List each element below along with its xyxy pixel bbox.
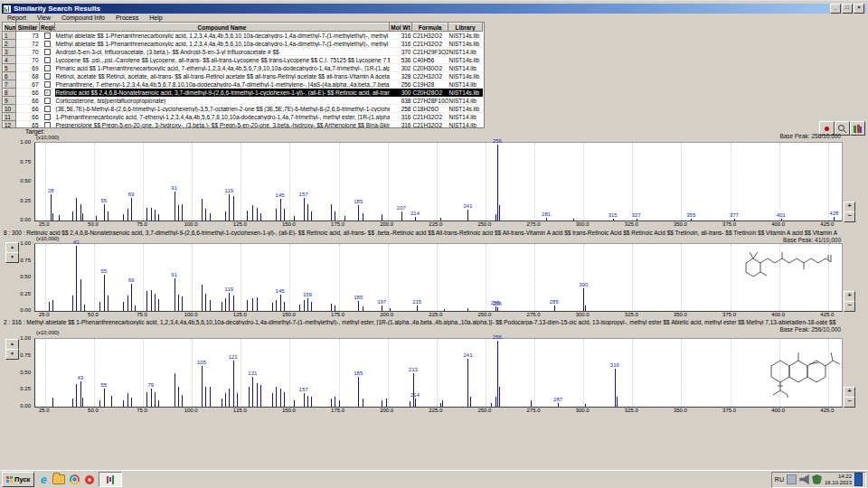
library-tool-button[interactable] bbox=[850, 121, 865, 136]
hit-row-6[interactable]: 668Retinol, acetate $$ Retinol, acetate,… bbox=[4, 72, 483, 80]
col-regis[interactable]: Regis bbox=[40, 23, 55, 32]
similarity-value[interactable]: 72 bbox=[16, 40, 40, 48]
mol-wt[interactable]: 316 bbox=[390, 121, 412, 129]
formula[interactable]: C20H28O2 bbox=[412, 89, 448, 97]
compound-name[interactable]: Methyl abietate $$ 1-Phenanthrenecarboxy… bbox=[55, 32, 390, 40]
compound-name[interactable]: Retinol, acetate $$ Retinol, acetate, al… bbox=[55, 72, 390, 80]
language-indicator[interactable]: RU bbox=[775, 476, 784, 483]
regis-checkbox-cell[interactable] bbox=[40, 97, 55, 105]
compound-name[interactable]: Pregnenolone $$ Pregn-5-en-20-one, 3-hyd… bbox=[55, 121, 390, 129]
col-molwt[interactable]: Mol Wt bbox=[390, 23, 412, 32]
similarity-value[interactable]: 65 bbox=[16, 121, 40, 129]
mol-wt[interactable]: 302 bbox=[390, 64, 412, 72]
row-number[interactable]: 12 bbox=[4, 121, 16, 129]
formula[interactable]: C18H26O bbox=[412, 105, 448, 113]
zoom-out-button-hit8[interactable]: − bbox=[844, 301, 855, 312]
formula[interactable]: C22H32O2 bbox=[412, 72, 448, 80]
compound-name[interactable]: Pimaric acid $$ 1-Phenanthrenecarboxylic… bbox=[55, 64, 390, 72]
col-num[interactable]: Num bbox=[4, 23, 16, 32]
zoom-out-button-target[interactable]: − bbox=[844, 211, 855, 222]
hit-row-9[interactable]: 966Corticosterone, bis(pentafluoropropio… bbox=[4, 97, 483, 105]
regis-checkbox-cell[interactable] bbox=[40, 80, 55, 89]
regis-checkbox[interactable] bbox=[44, 41, 51, 47]
compound-name[interactable]: (3E,5E,7E)-6-Methyl-8-(2,6,6-trimethyl-1… bbox=[55, 105, 390, 113]
formula[interactable]: C21H29F3O2 bbox=[412, 48, 448, 56]
hit-row-3[interactable]: 370Androst-5-en-3-ol, trifluoroacetate, … bbox=[4, 48, 483, 56]
compound-name[interactable]: Methyl abietate $$ 1-Phenanthrenecarboxy… bbox=[55, 40, 390, 48]
mol-wt[interactable]: 300 bbox=[390, 89, 412, 97]
compound-name[interactable]: 1-Phenanthrenecarboxylic acid, 7-ethenyl… bbox=[55, 113, 390, 121]
regis-checkbox[interactable] bbox=[44, 81, 51, 88]
maximize-button[interactable]: □ bbox=[842, 4, 853, 14]
library[interactable]: NIST14s.lib bbox=[448, 105, 483, 113]
menu-help[interactable]: Help bbox=[144, 14, 167, 21]
library[interactable]: NIST14s.lib bbox=[448, 32, 483, 40]
row-number[interactable]: 8 bbox=[4, 89, 16, 97]
mol-wt[interactable]: 316 bbox=[390, 32, 412, 40]
formula[interactable]: C27H28F10O6 bbox=[412, 97, 448, 105]
row-number[interactable]: 3 bbox=[4, 48, 16, 56]
library[interactable]: NIST14.lib bbox=[448, 64, 483, 72]
hit-row-1[interactable]: 173Methyl abietate $$ 1-Phenanthrenecarb… bbox=[4, 32, 483, 40]
mol-wt[interactable]: 328 bbox=[390, 72, 412, 80]
regis-checkbox[interactable] bbox=[44, 106, 51, 112]
row-number[interactable]: 1 bbox=[4, 32, 16, 40]
mol-wt[interactable]: 258 bbox=[390, 105, 412, 113]
zoom-out-button-hit2[interactable]: − bbox=[844, 397, 855, 408]
regis-checkbox[interactable] bbox=[44, 49, 51, 55]
library[interactable]: NIST14.lib bbox=[448, 80, 483, 89]
chrome-icon[interactable] bbox=[68, 474, 80, 486]
similarity-value[interactable]: 66 bbox=[16, 89, 40, 97]
row-number[interactable]: 4 bbox=[4, 56, 16, 64]
compound-name[interactable]: Phenanthrene, 7-ethenyl-1,2,3,4,4a,4b,5,… bbox=[55, 80, 390, 89]
similarity-value[interactable]: 70 bbox=[16, 48, 40, 56]
show-desktop-icon[interactable] bbox=[854, 473, 863, 486]
library[interactable]: NIST14.lib bbox=[448, 48, 483, 56]
library[interactable]: NIST14s.lib bbox=[448, 40, 483, 48]
opera-icon[interactable] bbox=[83, 474, 96, 486]
formula[interactable]: C21H32O2 bbox=[412, 32, 448, 40]
similarity-value[interactable]: 70 bbox=[16, 56, 40, 64]
ms-search-task-button[interactable] bbox=[99, 472, 122, 487]
hit-row-2[interactable]: 272Methyl abietate $$ 1-Phenanthrenecarb… bbox=[4, 40, 483, 48]
hit-row-5[interactable]: 569Pimaric acid $$ 1-Phenanthrenecarboxy… bbox=[4, 64, 483, 72]
hit-row-7[interactable]: 767Phenanthrene, 7-ethenyl-1,2,3,4,4a,4b… bbox=[4, 80, 483, 89]
hidden-icons-icon[interactable] bbox=[787, 474, 797, 484]
similarity-value[interactable]: 69 bbox=[16, 64, 40, 72]
formula[interactable]: C40H56 bbox=[412, 56, 448, 64]
title-bar[interactable]: Similarity Search Results _ □ × bbox=[2, 4, 866, 14]
col-similar[interactable]: Similar bbox=[16, 23, 40, 32]
regis-checkbox[interactable] bbox=[44, 65, 51, 71]
hit-row-4[interactable]: 470Lycopene $$ .psi.,.psi.-Carotene $$ L… bbox=[4, 56, 483, 64]
mol-wt[interactable]: 638 bbox=[390, 97, 412, 105]
similarity-value[interactable]: 66 bbox=[16, 105, 40, 113]
start-button[interactable]: Пуск bbox=[2, 472, 34, 487]
regis-checkbox-cell[interactable] bbox=[40, 121, 55, 129]
formula[interactable]: C21H32O2 bbox=[412, 40, 448, 48]
library[interactable]: NIST14.lib bbox=[448, 113, 483, 121]
menu-report[interactable]: Report bbox=[2, 14, 32, 21]
formula[interactable]: C21H32O2 bbox=[412, 121, 448, 129]
close-button[interactable]: × bbox=[854, 4, 864, 14]
compound-name[interactable]: Retinoic acid $$ 2,4,6,8-Nonatetraenoic … bbox=[55, 89, 390, 97]
regis-checkbox-cell[interactable] bbox=[40, 64, 55, 72]
regis-checkbox[interactable] bbox=[44, 73, 51, 80]
compound-name[interactable]: Lycopene $$ .psi.,.psi.-Carotene $$ Lyco… bbox=[55, 56, 390, 64]
col-library[interactable]: Library bbox=[448, 23, 483, 32]
mol-wt[interactable]: 316 bbox=[390, 40, 412, 48]
similarity-value[interactable]: 66 bbox=[16, 113, 40, 121]
hit8-spectrum-plot[interactable]: 41556991119145159185197215255256285300 bbox=[34, 243, 843, 312]
regis-checkbox-cell[interactable] bbox=[40, 48, 55, 56]
compound-name[interactable]: Corticosterone, bis(pentafluoropropionat… bbox=[55, 97, 390, 105]
internet-explorer-icon[interactable]: e bbox=[37, 474, 50, 486]
mol-wt[interactable]: 370 bbox=[390, 48, 412, 56]
similarity-value[interactable]: 66 bbox=[16, 97, 40, 105]
menu-compound-info[interactable]: Compound Info bbox=[56, 14, 110, 21]
library[interactable]: NIST14.lib bbox=[448, 121, 483, 129]
regis-checkbox-cell[interactable] bbox=[40, 105, 55, 113]
regis-checkbox-cell[interactable] bbox=[40, 40, 55, 48]
col-name[interactable]: Compound Name bbox=[55, 23, 390, 32]
row-number[interactable]: 5 bbox=[4, 64, 16, 72]
mol-wt[interactable]: 536 bbox=[390, 56, 412, 64]
regis-checkbox-cell[interactable] bbox=[40, 72, 55, 80]
